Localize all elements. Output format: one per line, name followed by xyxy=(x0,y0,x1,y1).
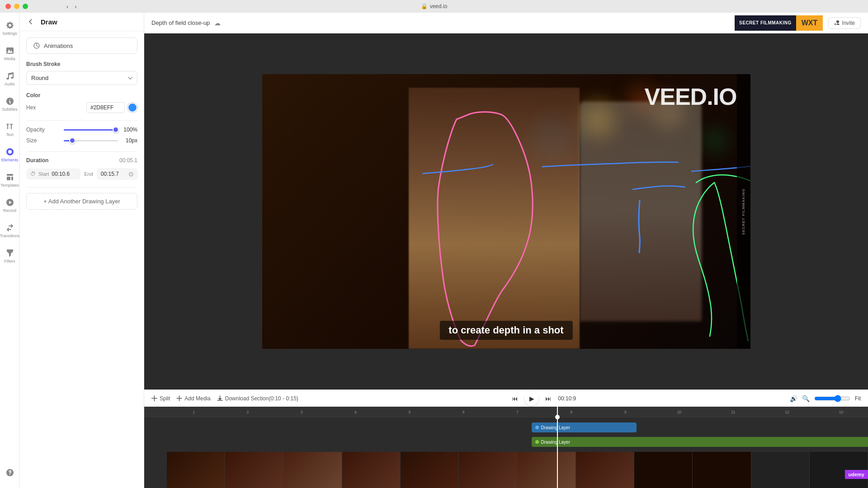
start-time-input[interactable] xyxy=(52,171,76,177)
sidebar-item-record[interactable]: Record xyxy=(1,193,19,217)
opacity-label: Opacity xyxy=(26,127,45,133)
track-row-2: Drawing Layer xyxy=(144,436,868,448)
size-track xyxy=(64,140,118,141)
fit-label: Fit xyxy=(855,395,861,402)
zoom-slider[interactable] xyxy=(814,395,850,402)
secret-filmmaking-text: SECRET FILMMAKING xyxy=(739,20,792,25)
zoom-out-button[interactable]: 🔍 xyxy=(802,395,810,402)
add-media-button[interactable]: Add Media xyxy=(176,395,210,402)
opacity-thumb[interactable] xyxy=(113,127,119,133)
sidebar-label-transitions: Transitions xyxy=(0,234,19,238)
volume-button[interactable]: 🔊 xyxy=(790,395,797,402)
sidebar-label-elements: Elements xyxy=(1,158,19,162)
sidebar-item-media[interactable]: Media xyxy=(1,42,19,65)
stroke-type-select[interactable]: Round xyxy=(26,71,137,85)
drawing-layer-clip-2[interactable]: Drawing Layer xyxy=(532,437,868,447)
duration-row: ⏱ Start End ⊙ xyxy=(26,168,137,180)
save-icon[interactable]: ☁ xyxy=(214,19,221,27)
ruler-mark-8: 8 xyxy=(544,410,598,414)
duration-value: 00:05.1 xyxy=(119,157,137,164)
app-layout: Settings Media Audio Subtitles xyxy=(0,13,868,488)
video-area: VEED.IO xyxy=(144,33,868,389)
brand-logo: SECRET FILMMAKING WXT xyxy=(735,15,823,31)
hex-input-area xyxy=(86,102,137,113)
titlebar-title: 🔒 veed.io xyxy=(421,3,448,9)
drawing-layer-2-label: Drawing Layer xyxy=(541,440,570,445)
fast-forward-button[interactable]: ⏭ xyxy=(545,395,552,402)
subtitle-text: to create depth in a shot xyxy=(439,321,572,340)
download-section-label: Download Section(0:10 - 0:15) xyxy=(225,395,298,402)
split-label: Split xyxy=(160,395,170,402)
invite-button[interactable]: Invite xyxy=(828,17,861,29)
sidebar-item-subtitles[interactable]: Subtitles xyxy=(1,92,19,116)
back-nav-button[interactable]: ‹ xyxy=(64,2,71,11)
back-arrow-icon xyxy=(27,18,34,25)
filmstrip-8 xyxy=(576,452,634,488)
ruler-mark-9: 9 xyxy=(599,410,652,414)
panel-back-button[interactable] xyxy=(26,17,37,26)
hex-input[interactable] xyxy=(86,102,125,113)
titlebar: ‹ › 🔒 veed.io xyxy=(0,0,868,13)
zoom-control xyxy=(814,395,850,402)
add-layer-label: + Add Another Drawing Layer xyxy=(43,198,120,205)
sidebar-item-templates[interactable]: Templates xyxy=(1,168,19,192)
sidebar-item-elements[interactable]: Elements xyxy=(1,143,19,166)
window-controls xyxy=(5,4,28,9)
bottom-left: Split Add Media Download Section(0:10 - … xyxy=(151,395,298,402)
color-swatch[interactable] xyxy=(127,103,137,113)
color-section: Color Hex xyxy=(26,92,137,113)
main-content: Depth of field close-up ☁ SECRET FILMMAK… xyxy=(144,13,868,488)
add-media-label: Add Media xyxy=(184,395,210,402)
sidebar-item-help[interactable] xyxy=(1,461,19,484)
size-thumb[interactable] xyxy=(69,137,75,144)
size-value: 10px xyxy=(122,137,137,144)
layout-icon xyxy=(5,173,14,182)
sidebar-label-text: Text xyxy=(6,132,14,137)
sidebar-label-filters: Filters xyxy=(4,259,15,263)
rewind-button[interactable]: ⏮ xyxy=(512,395,518,402)
ruler-mark-3: 3 xyxy=(275,410,329,414)
add-layer-button[interactable]: + Add Another Drawing Layer xyxy=(26,193,137,210)
divider-1 xyxy=(26,120,137,121)
track-content-1: Drawing Layer xyxy=(167,421,868,434)
filmstrip-11 xyxy=(751,452,810,488)
end-time-input[interactable] xyxy=(101,171,126,177)
music-icon xyxy=(5,71,14,80)
start-clock-icon: ⏱ xyxy=(30,171,36,177)
brush-stroke-label: Brush Stroke xyxy=(26,61,137,67)
animations-button[interactable]: Animations xyxy=(26,38,137,54)
sidebar-item-settings[interactable]: Settings xyxy=(1,16,19,40)
opacity-slider[interactable] xyxy=(64,126,118,133)
playhead-handle[interactable] xyxy=(555,415,560,419)
split-button[interactable]: Split xyxy=(151,395,170,402)
record-icon xyxy=(5,198,14,207)
sidebar-item-text[interactable]: Text xyxy=(1,117,19,141)
animations-icon xyxy=(33,42,40,49)
download-section-button[interactable]: Download Section(0:10 - 0:15) xyxy=(217,395,298,402)
ruler-mark-11: 11 xyxy=(706,410,760,414)
clip-dot-2 xyxy=(535,440,539,444)
end-time-arrow[interactable]: ⊙ xyxy=(128,170,134,178)
wxt-text: WXT xyxy=(802,19,818,27)
opacity-value: 100% xyxy=(122,127,137,133)
maximize-button[interactable] xyxy=(23,4,28,9)
close-button[interactable] xyxy=(5,4,11,9)
minimize-button[interactable] xyxy=(14,4,19,9)
play-button[interactable]: ▶ xyxy=(524,391,539,406)
sidebar-item-audio[interactable]: Audio xyxy=(1,67,19,90)
sidebar-item-filters[interactable]: Filters xyxy=(1,244,19,267)
filmstrip-2 xyxy=(225,452,283,488)
time-display: 00:10:9 xyxy=(558,395,576,402)
timeline-tracks: Drawing Layer Drawing Layer xyxy=(144,418,868,454)
filmstrip-7 xyxy=(518,452,576,488)
icon-sidebar: Settings Media Audio Subtitles xyxy=(0,13,20,488)
track-row-1: Drawing Layer xyxy=(144,421,868,434)
video-filmstrip xyxy=(167,452,868,488)
sidebar-item-transitions[interactable]: Transitions xyxy=(1,219,19,242)
duration-header: Duration 00:05.1 xyxy=(26,157,137,164)
size-slider[interactable] xyxy=(64,137,118,144)
veed-watermark: VEED.IO xyxy=(645,83,737,110)
drawing-layer-clip-1[interactable]: Drawing Layer xyxy=(532,422,637,432)
forward-nav-button[interactable]: › xyxy=(72,2,79,11)
ruler-mark-10: 10 xyxy=(652,410,706,414)
